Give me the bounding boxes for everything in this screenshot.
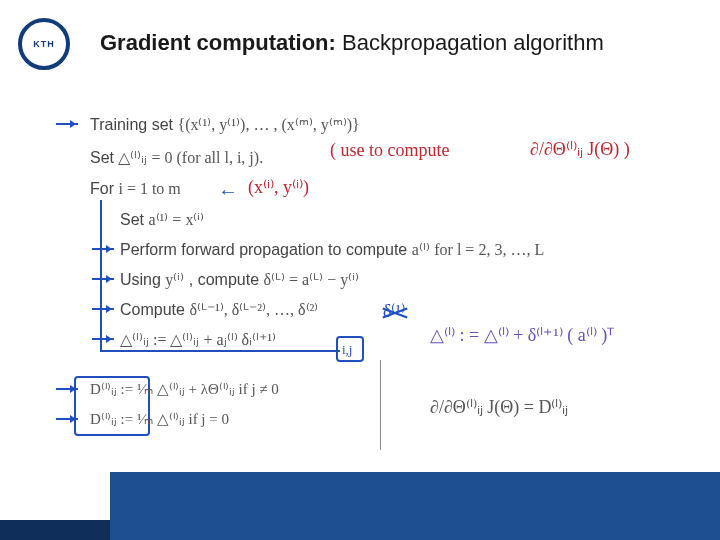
text-compute: Compute [120, 301, 189, 318]
kth-logo: KTH [18, 18, 70, 70]
text-set-a: Set [120, 211, 148, 228]
math-compute-deltas: δ⁽ᴸ⁻¹⁾, δ⁽ᴸ⁻²⁾, …, δ⁽²⁾ [189, 301, 318, 318]
ann-delta-vectorized: △⁽ˡ⁾ : = △⁽ˡ⁾ + δ⁽ˡ⁺¹⁾ ( a⁽ˡ⁾ )ᵀ [430, 324, 614, 346]
text-using-mid: , compute [189, 271, 264, 288]
line-D-else: D⁽ˡ⁾ᵢⱼ := ¹⁄ₘ △⁽ˡ⁾ᵢⱼ if j = 0 [90, 410, 229, 428]
line-set-a: Set a⁽¹⁾ = x⁽ⁱ⁾ [120, 210, 204, 229]
math-update-delta: △⁽ˡ⁾ᵢⱼ := △⁽ˡ⁾ᵢⱼ + aⱼ⁽ˡ⁾ δᵢ⁽ˡ⁺¹⁾ [120, 331, 276, 348]
math-set-delta: △⁽ˡ⁾ᵢⱼ = 0 (for all l, i, j). [118, 149, 263, 166]
footer-bar [110, 472, 720, 540]
text-set: Set [90, 149, 118, 166]
line-set-delta: Set △⁽ˡ⁾ᵢⱼ = 0 (for all l, i, j). [90, 148, 263, 167]
math-forward-al: a⁽ˡ⁾ [412, 241, 430, 258]
math-using-yi: y⁽ⁱ⁾ [165, 271, 184, 288]
text-for: For [90, 180, 118, 197]
arrow-to-D-if [56, 388, 78, 390]
math-partial-D: ∂/∂Θ⁽ˡ⁾ᵢⱼ J(Θ) = D⁽ˡ⁾ᵢⱼ [430, 396, 568, 418]
text-training: Training set [90, 116, 177, 133]
line-for: For i = 1 to m [90, 180, 181, 198]
arrow-to-using [92, 278, 114, 280]
line-forward: Perform forward propagation to compute a… [120, 240, 544, 259]
slide-title-rest: Backpropagation algorithm [336, 30, 604, 55]
line-compute: Compute δ⁽ᴸ⁻¹⁾, δ⁽ᴸ⁻²⁾, …, δ⁽²⁾ [120, 300, 318, 319]
line-training: Training set {(x⁽¹⁾, y⁽¹⁾), … , (x⁽ᵐ⁾, y… [90, 115, 360, 134]
slide-root: KTH Gradient computation: Backpropagatio… [0, 0, 720, 540]
footer-bar-dark [0, 520, 110, 540]
math-forward-tail: for l = 2, 3, …, L [434, 241, 544, 258]
line-update-delta: △⁽ˡ⁾ᵢⱼ := △⁽ˡ⁾ᵢⱼ + aⱼ⁽ˡ⁾ δᵢ⁽ˡ⁺¹⁾ [120, 330, 276, 349]
ann-dJdTheta: ∂/∂Θ⁽ˡ⁾ᵢⱼ J(Θ) ) [530, 138, 630, 160]
arrow-to-training [56, 123, 78, 125]
arrow-to-compute [92, 308, 114, 310]
ann-xiyi: (x⁽ⁱ⁾, y⁽ⁱ⁾) [248, 176, 309, 198]
arrow-after-m: ← [218, 180, 238, 203]
arrow-to-forward [92, 248, 114, 250]
math-set-a: a⁽¹⁾ = x⁽ⁱ⁾ [148, 211, 204, 228]
for-loop-bracket-h [100, 350, 340, 352]
ann-use-to-compute: ( use to compute [330, 140, 449, 161]
math-using-deltaL: δ⁽ᴸ⁾ = a⁽ᴸ⁾ − y⁽ⁱ⁾ [264, 271, 360, 288]
slide-title: Gradient computation: Backpropagation al… [100, 30, 604, 56]
arrow-to-update [92, 338, 114, 340]
for-loop-bracket-v [100, 200, 102, 350]
box-ij [336, 336, 364, 362]
text-forward: Perform forward propagation to compute [120, 241, 412, 258]
slide-title-bold: Gradient computation: [100, 30, 336, 55]
line-using: Using y⁽ⁱ⁾ , compute δ⁽ᴸ⁾ = a⁽ᴸ⁾ − y⁽ⁱ⁾ [120, 270, 359, 289]
text-using: Using [120, 271, 165, 288]
line-D-if: D⁽ˡ⁾ᵢⱼ := ¹⁄ₘ △⁽ˡ⁾ᵢⱼ + λΘ⁽ˡ⁾ᵢⱼ if j ≠ 0 [90, 380, 279, 398]
kth-logo-ring: KTH [18, 18, 70, 70]
separator-vertical [380, 360, 381, 450]
kth-logo-text: KTH [33, 39, 55, 49]
math-for: i = 1 to m [118, 180, 180, 197]
math-training-set: {(x⁽¹⁾, y⁽¹⁾), … , (x⁽ᵐ⁾, y⁽ᵐ⁾)} [177, 116, 359, 133]
arrow-to-D-else [56, 418, 78, 420]
